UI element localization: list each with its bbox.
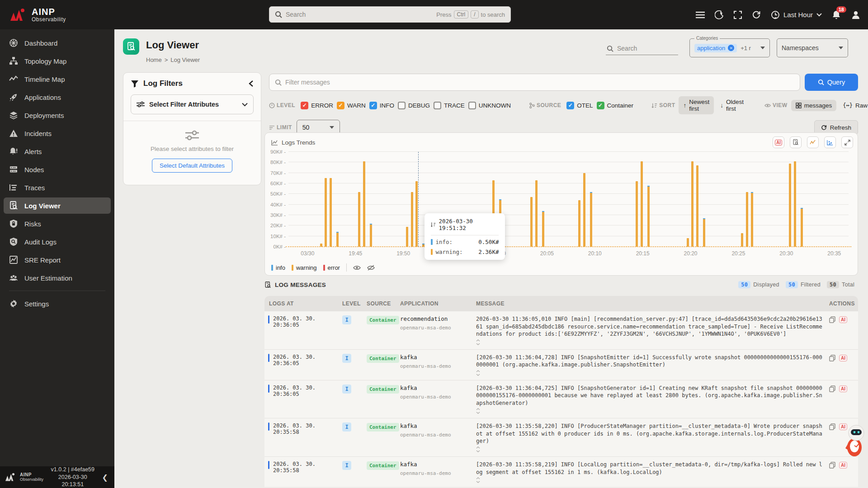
warning-bar[interactable] xyxy=(590,192,592,247)
header-search-input[interactable]: Search xyxy=(606,42,678,55)
warning-bar[interactable] xyxy=(320,244,322,247)
user-avatar-icon[interactable] xyxy=(851,10,861,20)
warning-bar[interactable] xyxy=(325,178,327,247)
sidebar-item-audit-logs[interactable]: Audit Logs xyxy=(4,234,111,250)
time-range-picker[interactable]: Last Hour xyxy=(771,10,822,19)
warning-bar[interactable] xyxy=(746,192,748,247)
warning-bar[interactable] xyxy=(789,164,791,247)
checkbox-info[interactable]: ✓INFO xyxy=(369,102,394,109)
log-row[interactable]: 2026. 03. 30. 20:36:05IContainerkafkaope… xyxy=(264,350,858,380)
warning-bar[interactable] xyxy=(751,192,753,247)
warning-bar[interactable] xyxy=(703,218,705,247)
checkbox-error[interactable]: ✓ERROR xyxy=(301,102,333,109)
sidebar-item-settings[interactable]: Settings xyxy=(4,296,111,312)
hide-all-eye-off-icon[interactable] xyxy=(367,265,375,271)
warning-bar[interactable] xyxy=(330,178,332,247)
warning-bar[interactable] xyxy=(687,238,689,247)
expand-row-icon[interactable] xyxy=(476,477,480,483)
category-chip[interactable]: application ✕ xyxy=(694,44,737,52)
warning-bar[interactable] xyxy=(636,181,638,247)
select-default-attributes-button[interactable]: Select Default Attributes xyxy=(152,159,232,173)
menu-icon[interactable] xyxy=(696,11,705,19)
checkbox-trace[interactable]: TRACE xyxy=(434,102,465,109)
warning-bar[interactable] xyxy=(415,181,418,247)
namespaces-select[interactable]: Namespaces xyxy=(777,38,848,57)
warning-bar[interactable] xyxy=(741,233,743,247)
checkbox-warn[interactable]: ✓WARN xyxy=(337,102,366,109)
query-button[interactable]: Query xyxy=(805,74,858,91)
warning-bar[interactable] xyxy=(696,165,698,247)
sidebar-item-risks[interactable]: Risks xyxy=(4,216,111,232)
warning-bar[interactable] xyxy=(535,180,538,247)
copy-icon[interactable] xyxy=(829,462,835,469)
chip-remove-icon[interactable]: ✕ xyxy=(728,45,734,51)
fullscreen-icon[interactable] xyxy=(734,11,742,19)
legend-item-info[interactable]: info xyxy=(271,264,285,271)
ai-analyze-row-icon[interactable]: AI xyxy=(839,462,847,469)
warning-bar[interactable] xyxy=(358,192,360,247)
sidebar-item-incidents[interactable]: Incidents xyxy=(4,125,111,141)
legend-item-warning[interactable]: warning xyxy=(292,264,317,271)
expand-row-icon[interactable] xyxy=(476,446,480,452)
sidebar-item-alerts[interactable]: Alerts xyxy=(4,143,111,160)
log-row[interactable]: 2026. 03. 30. 20:35:58IContainerkafkaope… xyxy=(264,457,858,488)
expand-row-icon[interactable] xyxy=(476,408,480,414)
categories-select[interactable]: Categories application ✕ +1 r xyxy=(689,38,770,57)
log-inspect-icon[interactable] xyxy=(790,136,802,148)
warning-bar[interactable] xyxy=(406,227,408,247)
view-option-raw[interactable]: {↔}Raw xyxy=(838,100,868,111)
bar-chart-icon[interactable] xyxy=(824,136,836,148)
checkbox-unknown[interactable]: UNKNOWN xyxy=(468,102,511,109)
legend-item-error[interactable]: error xyxy=(323,264,340,271)
sidebar-item-user-estimation[interactable]: User Estimation xyxy=(4,270,111,286)
log-row[interactable]: 2026. 03. 30. 20:36:05IContainerrecommen… xyxy=(264,311,858,350)
sidebar-item-timeline-map[interactable]: Timeline Map xyxy=(4,71,111,87)
log-row[interactable]: 2026. 03. 30. 20:36:05IContainerkafkaope… xyxy=(264,380,858,419)
sidebar-item-nodes[interactable]: Nodes xyxy=(4,161,111,178)
select-filter-attributes-dropdown[interactable]: Select Filter Attributes xyxy=(131,94,254,114)
sidebar-collapse-icon[interactable]: ❮ xyxy=(102,473,110,482)
copy-icon[interactable] xyxy=(829,423,835,430)
refresh-icon[interactable] xyxy=(752,10,761,19)
warning-bar[interactable] xyxy=(542,211,544,247)
logs-trends-chart[interactable]: 0K# -10K# -20K# -30K# -40K# -50K# -60K# … xyxy=(288,152,849,247)
sidebar-item-applications[interactable]: Applications xyxy=(4,89,111,105)
mascot-robot[interactable] xyxy=(841,420,868,461)
global-search-input[interactable]: Search Press Ctrl / to search xyxy=(269,6,511,23)
ai-analyze-icon[interactable]: AI xyxy=(773,136,784,148)
ai-analyze-row-icon[interactable]: AI xyxy=(839,385,847,392)
sidebar-item-traces[interactable]: Traces xyxy=(4,179,111,196)
sidebar-item-topology-map[interactable]: Topology Map xyxy=(4,53,111,69)
sort-option-oldest-first[interactable]: ↓Oldest first xyxy=(716,96,748,114)
show-all-eye-icon[interactable] xyxy=(353,265,361,271)
warning-bar[interactable] xyxy=(370,224,372,247)
copy-icon[interactable] xyxy=(829,355,835,361)
warning-bar[interactable] xyxy=(691,161,693,247)
log-row[interactable]: 2026. 03. 30. 20:35:58IContainerkafkaope… xyxy=(264,418,858,457)
line-chart-icon[interactable] xyxy=(807,136,819,148)
checkbox-debug[interactable]: DEBUG xyxy=(398,102,430,109)
warning-bar[interactable] xyxy=(578,200,580,247)
warning-bar[interactable] xyxy=(411,192,413,247)
warning-bar[interactable] xyxy=(422,244,425,247)
sort-option-newest-first[interactable]: ↑Newest first xyxy=(679,96,714,114)
panel-collapse-icon[interactable] xyxy=(249,80,254,87)
view-option-messages[interactable]: messages xyxy=(791,100,837,111)
sidebar-item-dashboard[interactable]: Dashboard xyxy=(4,35,111,51)
expand-icon[interactable] xyxy=(841,136,853,148)
filter-messages-input[interactable]: Filter messages xyxy=(269,74,800,91)
warning-bar[interactable] xyxy=(641,161,643,247)
warning-bar[interactable] xyxy=(336,232,339,247)
copy-icon[interactable] xyxy=(829,385,835,392)
ai-analyze-row-icon[interactable]: AI xyxy=(839,355,847,361)
breadcrumb-home[interactable]: Home xyxy=(146,56,162,63)
sidebar-item-deployments[interactable]: Deployments xyxy=(4,107,111,123)
warning-bar[interactable] xyxy=(801,208,803,247)
sidebar-item-log-viewer[interactable]: Log Viewer xyxy=(4,197,111,214)
warning-bar[interactable] xyxy=(583,173,585,247)
expand-row-icon[interactable] xyxy=(476,339,480,345)
sidebar-item-sre-report[interactable]: SRE Report xyxy=(4,252,111,268)
warning-bar[interactable] xyxy=(363,161,365,247)
dark-mode-icon[interactable] xyxy=(715,10,724,19)
copy-icon[interactable] xyxy=(829,316,835,323)
